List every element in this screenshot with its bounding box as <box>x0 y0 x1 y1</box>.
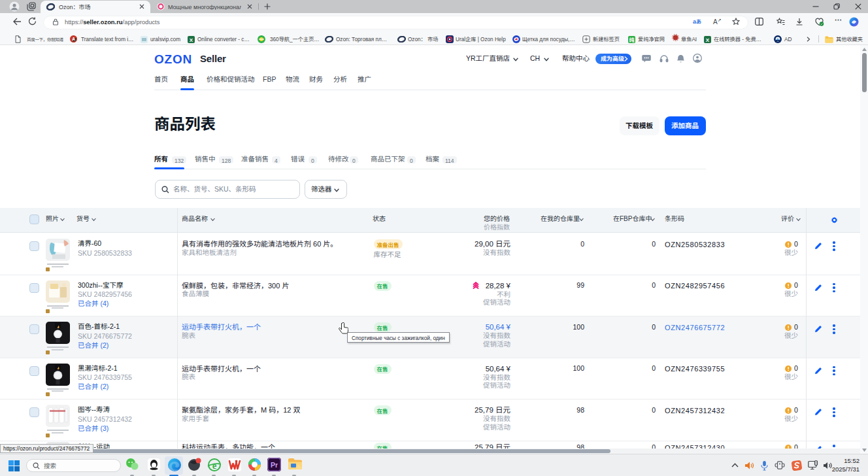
svg-text:A: A <box>72 37 75 41</box>
svg-text:e: e <box>212 460 217 471</box>
svg-text:Pr: Pr <box>271 461 278 469</box>
